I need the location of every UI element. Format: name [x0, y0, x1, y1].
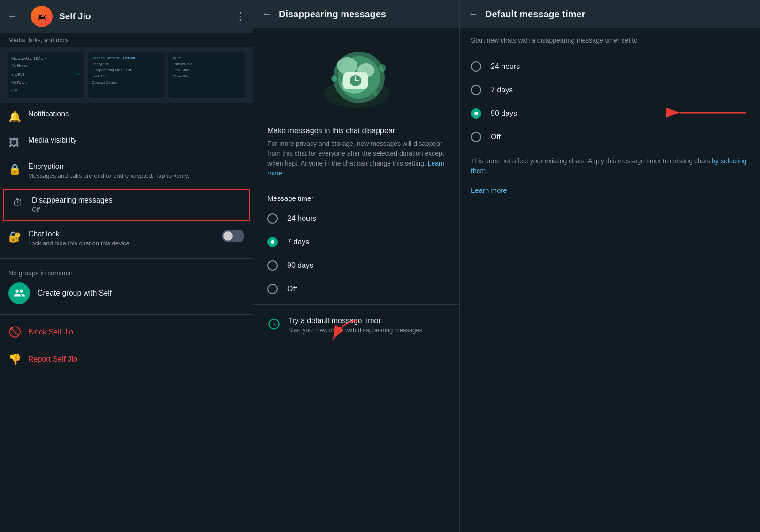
default-timer-subtitle: Start your new chats with disappearing m… [288, 327, 422, 334]
right-option-90days-container: 90 days [460, 102, 760, 125]
right-back-button[interactable]: ← [468, 8, 479, 20]
block-item[interactable]: 🚫 Block Self Jio [0, 319, 253, 346]
preview-strip: MESSAGE TIMER 24 Hours 7 Days✓ 90 Days O… [0, 47, 253, 103]
middle-option-90days[interactable]: 90 days [253, 254, 459, 277]
svg-point-6 [331, 76, 337, 82]
create-group-item[interactable]: Create group with Self [8, 282, 244, 304]
media-visibility-content: Media visibility [28, 136, 244, 144]
report-icon: 👎 [8, 353, 20, 365]
lock-icon: 🔒 [8, 163, 20, 175]
notifications-title: Notifications [28, 110, 244, 118]
divider-1 [0, 258, 253, 259]
desc-area: Make messages in this chat disappear For… [253, 122, 459, 188]
more-menu-button[interactable]: ⋮ [235, 10, 245, 23]
encryption-title: Encryption [28, 162, 244, 171]
right-radio-90days-label: 90 days [491, 109, 517, 118]
middle-option-24h[interactable]: 24 hours [253, 207, 459, 230]
disappearing-messages-title: Disappearing messages [32, 196, 241, 205]
block-label: Block Self Jio [28, 328, 73, 336]
right-option-24h[interactable]: 24 hours [460, 55, 760, 78]
default-timer-icon [267, 318, 281, 334]
left-panel: ← 🏍 Self Jio ⋮ Media, links, and docs ME… [0, 0, 253, 532]
svg-point-7 [379, 64, 386, 72]
media-visibility-title: Media visibility [28, 136, 244, 144]
middle-header-title: Disappearing messages [279, 9, 451, 20]
report-label: Report Self Jio [28, 355, 77, 364]
left-back-button[interactable]: ← [8, 10, 18, 23]
radio-24h [267, 213, 278, 224]
svg-point-8 [373, 91, 378, 96]
right-learn-more-link[interactable]: Learn more [460, 183, 760, 202]
middle-panel: ← Disappearing messages [253, 0, 460, 532]
groups-section: No groups in common Create group with Se… [0, 263, 253, 311]
right-radio-24h [471, 61, 481, 72]
radio-off [267, 284, 278, 294]
chat-lock-subtitle: Lock and hide this chat on this device. [28, 239, 213, 248]
divider-2 [0, 314, 253, 315]
radio-7days [267, 237, 278, 247]
middle-content: Make messages in this chat disappear For… [253, 28, 459, 532]
no-groups-label: No groups in common [8, 269, 244, 277]
notifications-item[interactable]: 🔔 Notifications [0, 103, 253, 129]
middle-divider [253, 304, 459, 305]
radio-90days-label: 90 days [287, 261, 313, 270]
report-item[interactable]: 👎 Report Self Jio [0, 346, 253, 373]
preview-card-1-label: MESSAGE TIMER [11, 56, 81, 61]
right-radio-90days [471, 108, 481, 119]
radio-90days [267, 260, 278, 271]
default-timer-title: Try a default message timer [288, 317, 422, 325]
illustration-area [253, 28, 459, 122]
chat-lock-title: Chat lock [28, 230, 213, 238]
right-option-90days[interactable]: 90 days [460, 102, 760, 125]
right-radio-7days [471, 85, 481, 95]
encryption-content: Encryption Messages and calls are end-to… [28, 162, 244, 180]
default-timer-item[interactable]: Try a default message timer Start your n… [253, 309, 459, 342]
middle-option-7days[interactable]: 7 days [253, 230, 459, 254]
default-timer-container: Try a default message timer Start your n… [253, 309, 459, 342]
right-radio-24h-label: 24 hours [491, 62, 520, 71]
right-header: ← Default message timer [460, 0, 760, 28]
left-header-title: Self Jio [59, 11, 228, 22]
radio-7days-label: 7 days [287, 238, 309, 246]
disappearing-messages-content: Disappearing messages Off [32, 196, 241, 214]
preview-card-2: Save to Camera... Default Encryption Dis… [88, 52, 165, 98]
chat-lock-content: Chat lock Lock and hide this chat on thi… [28, 230, 213, 248]
middle-back-button[interactable]: ← [262, 8, 272, 20]
disappearing-messages-item[interactable]: ⏱ Disappearing messages Off [3, 189, 250, 221]
notifications-content: Notifications [28, 110, 244, 118]
right-radio-7days-label: 7 days [491, 86, 513, 94]
media-label: Media, links, and docs [0, 33, 253, 47]
right-radio-off [471, 132, 481, 142]
right-header-title: Default message timer [485, 9, 752, 20]
bell-icon: 🔔 [8, 111, 20, 123]
radio-off-label: Off [287, 285, 297, 293]
timer-section-label: Message timer [253, 188, 459, 207]
preview-card-1: MESSAGE TIMER 24 Hours 7 Days✓ 90 Days O… [8, 52, 84, 98]
avatar: 🏍 [31, 6, 53, 27]
disappearing-illustration [314, 42, 399, 117]
media-icon: 🖼 [8, 137, 20, 149]
middle-header: ← Disappearing messages [253, 0, 459, 28]
media-visibility-item[interactable]: 🖼 Media visibility [0, 129, 253, 156]
right-radio-off-label: Off [491, 133, 501, 141]
group-avatar [8, 282, 30, 304]
preview-card-3: Mute Contact Info Lock Chat Clear Chat [168, 52, 245, 98]
chat-lock-item[interactable]: 🔐 Chat lock Lock and hide this chat on t… [0, 223, 253, 254]
create-group-label: Create group with Self [38, 289, 112, 297]
left-header: ← 🏍 Self Jio ⋮ [0, 0, 253, 33]
svg-point-3 [337, 57, 357, 74]
chat-lock-toggle[interactable] [222, 230, 244, 242]
right-panel: ← Default message timer Start new chats … [460, 0, 760, 532]
toggle-knob [223, 231, 233, 241]
right-option-off[interactable]: Off [460, 125, 760, 149]
right-description: Start new chats with a disappearing mess… [460, 28, 760, 55]
block-icon: 🚫 [8, 326, 20, 338]
desc-text: For more privacy and storage, new messag… [267, 139, 445, 178]
encryption-subtitle: Messages and calls are end-to-end encryp… [28, 172, 244, 180]
disappearing-messages-subtitle: Off [32, 205, 241, 214]
chat-lock-icon: 🔐 [8, 231, 20, 243]
right-option-7days[interactable]: 7 days [460, 78, 760, 102]
middle-option-off[interactable]: Off [253, 277, 459, 301]
radio-24h-label: 24 hours [287, 214, 316, 223]
encryption-item[interactable]: 🔒 Encryption Messages and calls are end-… [0, 156, 253, 187]
